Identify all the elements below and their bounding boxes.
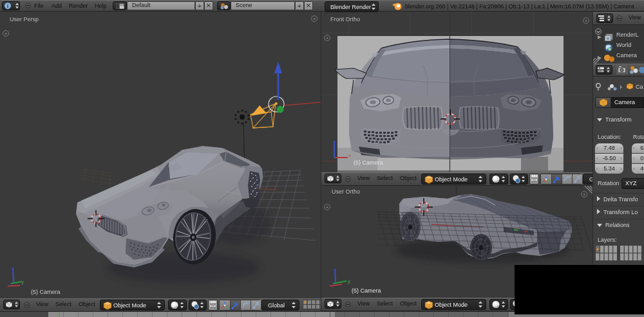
- svg-text:x: x: [348, 152, 351, 158]
- svg-text:Ca: Ca: [636, 84, 643, 90]
- svg-text:y: y: [348, 278, 350, 284]
- svg-text:y: y: [21, 279, 24, 285]
